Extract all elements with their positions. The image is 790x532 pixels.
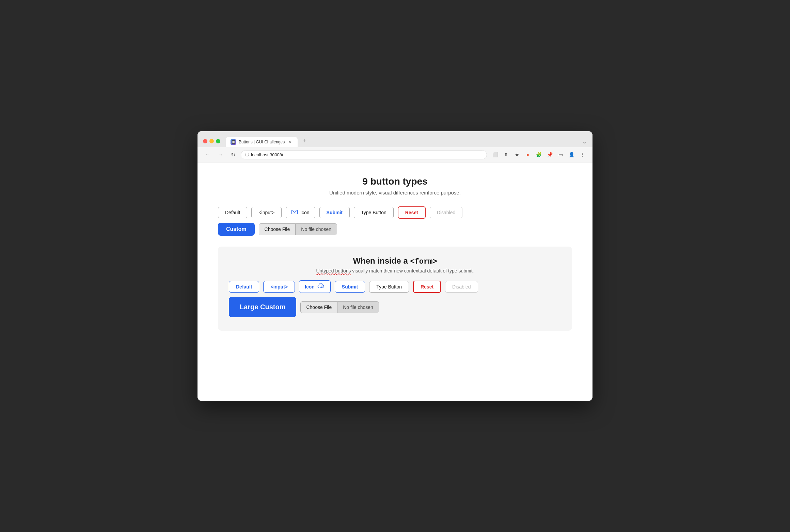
back-button[interactable]: ←: [203, 150, 212, 159]
large-custom-button[interactable]: Large Custom: [229, 297, 296, 317]
form-submit-button[interactable]: Submit: [335, 281, 365, 293]
icon-button-label: Icon: [300, 210, 309, 215]
form-icon-label: Icon: [305, 284, 315, 290]
cloud-icon: [317, 283, 325, 290]
minimize-button[interactable]: [209, 139, 214, 143]
subtitle-rest: visually match their new contextual defa…: [351, 268, 474, 273]
form-section: When inside a <form> Untyped buttons vis…: [218, 247, 572, 331]
type-button[interactable]: Type Button: [354, 207, 394, 218]
external-link-icon[interactable]: ⬜: [490, 150, 500, 159]
file-input-wrapper: Choose File No file chosen: [259, 223, 337, 235]
page-content: 9 button types Unified modern style, vis…: [198, 162, 592, 401]
form-button-row-1: Default <input> Icon Submit Type Button …: [229, 280, 561, 293]
tab-title: Buttons | GUI Challenges: [239, 140, 285, 144]
title-bar: 🔲 Buttons | GUI Challenges ✕ + ⌄: [198, 131, 592, 147]
reload-button[interactable]: ↻: [229, 150, 237, 159]
no-file-label: No file chosen: [296, 224, 337, 235]
profile-icon[interactable]: 👤: [567, 150, 576, 159]
page-title: 9 button types: [218, 176, 572, 187]
submit-button[interactable]: Submit: [319, 207, 350, 218]
default-button[interactable]: Default: [218, 207, 247, 218]
bookmark-icon[interactable]: ★: [512, 150, 522, 159]
disabled-button: Disabled: [430, 207, 462, 218]
traffic-lights: [203, 139, 220, 143]
form-file-input-wrapper: Choose File No file chosen: [300, 301, 379, 313]
main-title-section: 9 button types Unified modern style, vis…: [218, 176, 572, 195]
lock-icon: ⓘ: [245, 152, 249, 157]
form-button-row-2: Large Custom Choose File No file chosen: [229, 297, 561, 317]
form-icon-button[interactable]: Icon: [299, 280, 331, 293]
sidebar-icon[interactable]: ▭: [556, 150, 565, 159]
form-no-file-label: No file chosen: [337, 302, 379, 313]
form-default-button[interactable]: Default: [229, 281, 259, 293]
address-bar[interactable]: ⓘ localhost:3000/#: [241, 150, 487, 159]
nav-icons: ⬜ ⬆ ★ ● 🧩 📌 ▭ 👤 ⋮: [490, 150, 587, 159]
window-chevron-icon[interactable]: ⌄: [582, 138, 587, 145]
input-button[interactable]: <input>: [251, 207, 282, 218]
address-text: localhost:3000/#: [251, 152, 283, 157]
form-section-heading: When inside a <form>: [229, 256, 561, 266]
form-disabled-button: Disabled: [445, 281, 478, 293]
tab-favicon: 🔲: [231, 139, 236, 145]
custom-button[interactable]: Custom: [218, 223, 255, 236]
forward-button[interactable]: →: [216, 150, 225, 159]
form-input-button[interactable]: <input>: [263, 281, 295, 293]
page-subtitle: Unified modern style, visual differences…: [218, 190, 572, 195]
mail-icon: [291, 210, 298, 215]
tab-bar: 🔲 Buttons | GUI Challenges ✕ +: [226, 135, 579, 147]
new-tab-button[interactable]: +: [299, 135, 310, 147]
puzzle-icon[interactable]: 🧩: [534, 150, 543, 159]
form-section-title: When inside a <form> Untyped buttons vis…: [229, 256, 561, 273]
icon-button[interactable]: Icon: [286, 207, 315, 218]
active-tab[interactable]: 🔲 Buttons | GUI Challenges ✕: [226, 137, 298, 147]
close-button[interactable]: [203, 139, 207, 143]
button-row-1: Default <input> Icon Submit Type Button …: [218, 206, 572, 219]
button-row-2: Custom Choose File No file chosen: [218, 223, 572, 236]
form-reset-button[interactable]: Reset: [413, 281, 441, 293]
memo-icon[interactable]: 📌: [545, 150, 554, 159]
tab-close-icon[interactable]: ✕: [287, 139, 293, 145]
untyped-text: Untyped buttons: [316, 268, 351, 273]
form-heading-code: <form>: [410, 257, 437, 266]
maximize-button[interactable]: [216, 139, 220, 143]
form-choose-file-button[interactable]: Choose File: [301, 302, 337, 313]
form-heading-text: When inside a: [353, 256, 410, 265]
choose-file-button[interactable]: Choose File: [259, 224, 296, 235]
form-section-subtitle: Untyped buttons visually match their new…: [229, 268, 561, 273]
extensions-icon[interactable]: ●: [523, 150, 533, 159]
browser-window: 🔲 Buttons | GUI Challenges ✕ + ⌄ ← → ↻ ⓘ…: [198, 131, 592, 401]
menu-icon[interactable]: ⋮: [578, 150, 587, 159]
reset-button[interactable]: Reset: [398, 206, 426, 219]
nav-bar: ← → ↻ ⓘ localhost:3000/# ⬜ ⬆ ★ ● 🧩 📌 ▭ 👤…: [198, 147, 592, 162]
form-type-button[interactable]: Type Button: [369, 281, 409, 293]
share-icon[interactable]: ⬆: [501, 150, 511, 159]
